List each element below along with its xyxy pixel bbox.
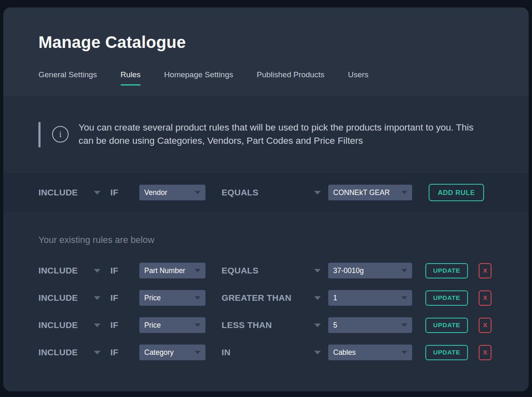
include-select[interactable]: INCLUDE (38, 188, 100, 197)
include-label: INCLUDE (38, 293, 78, 303)
operator-select[interactable]: GREATER THAN (222, 293, 321, 303)
if-label: IF (110, 320, 124, 330)
field-select-value: Vendor (144, 188, 167, 197)
update-button[interactable]: UPDATE (425, 290, 468, 306)
if-label: IF (110, 293, 124, 303)
delete-rule-button[interactable]: X (479, 345, 491, 360)
include-select[interactable]: INCLUDE (38, 347, 100, 357)
chevron-down-icon (195, 296, 200, 300)
value-select[interactable]: Cables (328, 345, 412, 360)
value-select[interactable]: 5 (328, 317, 412, 333)
info-section: i You can create several product rules t… (3, 97, 529, 174)
chevron-down-icon (401, 323, 407, 327)
tab-label: Rules (121, 70, 141, 79)
chevron-down-icon (401, 269, 407, 272)
chevron-down-icon (195, 191, 200, 194)
include-label: INCLUDE (38, 188, 78, 197)
chevron-down-icon (94, 296, 100, 300)
include-select[interactable]: INCLUDE (38, 293, 100, 303)
chevron-down-icon (314, 269, 321, 273)
field-select-value: Category (144, 348, 174, 357)
value-select-value: 37-0010g (333, 266, 364, 275)
info-text: You can create several product rules tha… (79, 121, 479, 147)
chevron-down-icon (314, 351, 321, 354)
tab-label: Users (348, 70, 369, 79)
chevron-down-icon (94, 269, 100, 273)
value-select-value: CONNEkT GEAR (333, 188, 390, 197)
field-select-value: Price (144, 321, 161, 330)
value-select-value: 1 (333, 294, 337, 302)
include-label: INCLUDE (38, 347, 78, 357)
delete-rule-button[interactable]: X (479, 318, 491, 333)
field-select[interactable]: Price (139, 317, 205, 333)
operator-select[interactable]: EQUALS (222, 266, 321, 276)
chevron-down-icon (94, 323, 100, 327)
delete-rule-button[interactable]: X (479, 290, 491, 306)
tab-users[interactable]: Users (348, 70, 369, 86)
existing-rules-heading: Your existing rules are below (3, 235, 529, 245)
page-title: Manage Catalogue (38, 32, 494, 52)
value-select-value: 5 (333, 321, 337, 330)
if-label: IF (110, 347, 124, 357)
chevron-down-icon (401, 296, 407, 300)
field-select-value: Part Number (144, 266, 185, 275)
operator-label: IN (222, 347, 231, 357)
operator-label: LESS THAN (222, 320, 272, 330)
rule-builder-row: INCLUDE IF Vendor EQUALS CONNEkT GEAR AD… (3, 174, 529, 212)
header: Manage Catalogue General Settings Rules … (3, 7, 529, 97)
chevron-down-icon (401, 351, 407, 354)
chevron-down-icon (195, 351, 200, 354)
existing-rules-list: INCLUDE IF Part Number EQUALS 37-0010g U… (3, 263, 529, 360)
operator-select[interactable]: IN (222, 347, 321, 357)
chevron-down-icon (314, 323, 321, 327)
operator-select[interactable]: EQUALS (222, 188, 321, 197)
field-select-value: Price (144, 294, 161, 302)
chevron-down-icon (195, 323, 200, 327)
operator-label: EQUALS (222, 266, 258, 276)
operator-label: GREATER THAN (222, 293, 291, 303)
if-label: IF (110, 266, 124, 276)
update-button[interactable]: UPDATE (425, 318, 468, 333)
add-rule-button[interactable]: ADD RULE (429, 184, 484, 201)
chevron-down-icon (94, 351, 100, 354)
tab-label: General Settings (38, 70, 97, 79)
manage-catalogue-card: Manage Catalogue General Settings Rules … (3, 7, 529, 391)
include-label: INCLUDE (38, 320, 78, 330)
field-select[interactable]: Part Number (139, 263, 205, 278)
info-divider-bar (38, 122, 41, 147)
tab-homepage-settings[interactable]: Homepage Settings (164, 70, 233, 86)
value-select[interactable]: 1 (328, 290, 412, 306)
include-select[interactable]: INCLUDE (38, 320, 100, 330)
delete-rule-button[interactable]: X (479, 263, 491, 278)
chevron-down-icon (94, 191, 100, 195)
rule-row: INCLUDE IF Category IN Cables UPDATE X (3, 345, 529, 360)
chevron-down-icon (314, 191, 321, 195)
rule-row: INCLUDE IF Price GREATER THAN 1 UPDATE X (3, 290, 529, 306)
operator-label: EQUALS (222, 188, 258, 197)
tab-general-settings[interactable]: General Settings (38, 70, 97, 86)
update-button[interactable]: UPDATE (425, 263, 468, 278)
tab-label: Published Products (257, 70, 324, 79)
value-select[interactable]: 37-0010g (328, 263, 412, 278)
include-label: INCLUDE (38, 266, 78, 276)
rule-row: INCLUDE IF Price LESS THAN 5 UPDATE X (3, 317, 529, 333)
value-select-value: Cables (333, 348, 355, 357)
operator-select[interactable]: LESS THAN (222, 320, 321, 330)
chevron-down-icon (195, 269, 200, 272)
tab-published-products[interactable]: Published Products (257, 70, 324, 86)
field-select[interactable]: Price (139, 290, 205, 306)
if-label: IF (110, 188, 124, 197)
rule-row: INCLUDE IF Part Number EQUALS 37-0010g U… (3, 263, 529, 278)
tab-label: Homepage Settings (164, 70, 233, 79)
tab-rules[interactable]: Rules (121, 70, 141, 86)
update-button[interactable]: UPDATE (425, 345, 468, 360)
info-icon: i (52, 126, 69, 143)
include-select[interactable]: INCLUDE (38, 266, 100, 276)
chevron-down-icon (314, 296, 321, 300)
value-select[interactable]: CONNEkT GEAR (328, 185, 412, 200)
field-select[interactable]: Category (139, 345, 205, 360)
chevron-down-icon (401, 191, 407, 194)
existing-rules-section: Your existing rules are below INCLUDE IF… (3, 212, 529, 391)
tab-bar: General Settings Rules Homepage Settings… (38, 70, 494, 86)
field-select[interactable]: Vendor (139, 185, 205, 200)
